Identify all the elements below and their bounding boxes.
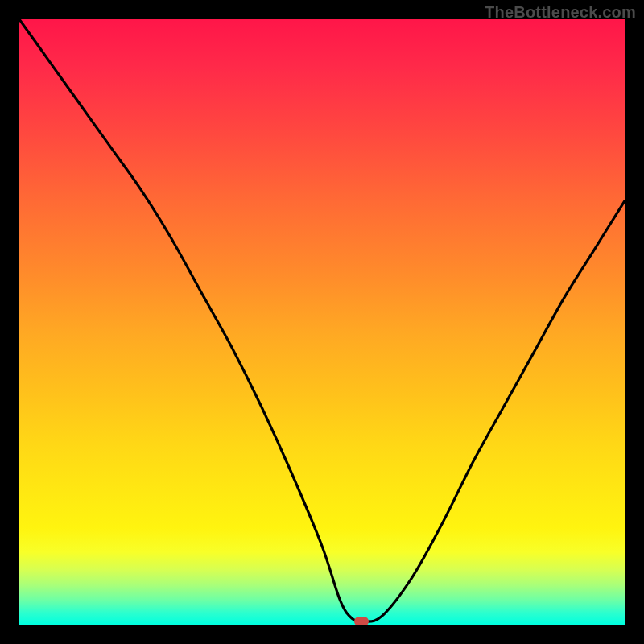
bottleneck-marker [354, 617, 369, 625]
watermark-text: TheBottleneck.com [485, 3, 636, 22]
bottleneck-curve [19, 19, 625, 625]
plot-area [19, 19, 625, 625]
chart-frame: TheBottleneck.com [0, 0, 644, 644]
